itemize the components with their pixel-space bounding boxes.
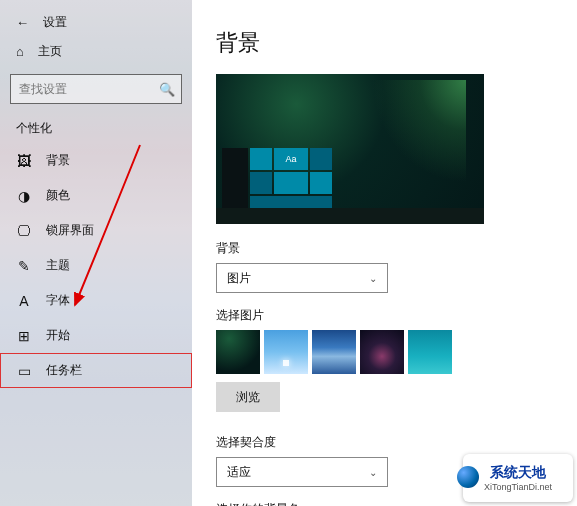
chevron-down-icon: ⌄ [369, 467, 377, 478]
window-title: 设置 [43, 14, 67, 31]
back-icon: ← [16, 15, 29, 30]
search-input[interactable] [19, 82, 159, 96]
nav-label: 颜色 [46, 187, 70, 204]
nav-label: 背景 [46, 152, 70, 169]
globe-icon [457, 466, 479, 488]
brush-icon: ✎ [16, 258, 32, 274]
palette-icon: ◑ [16, 188, 32, 204]
nav-fonts[interactable]: A 字体 [0, 283, 192, 318]
search-input-wrap[interactable]: 🔍 [10, 74, 182, 104]
nav-lockscreen[interactable]: 🖵 锁屏界面 [0, 213, 192, 248]
background-dropdown[interactable]: 图片 ⌄ [216, 263, 388, 293]
nav-start[interactable]: ⊞ 开始 [0, 318, 192, 353]
monitor-icon: 🖵 [16, 223, 32, 239]
home-icon: ⌂ [16, 44, 24, 59]
thumb-4[interactable] [360, 330, 404, 374]
nav-label: 锁屏界面 [46, 222, 94, 239]
nav-themes[interactable]: ✎ 主题 [0, 248, 192, 283]
watermark: 系统天地 XiTongTianDi.net [463, 454, 573, 502]
nav-label: 主题 [46, 257, 70, 274]
back-header[interactable]: ← 设置 [0, 10, 192, 35]
thumb-5[interactable] [408, 330, 452, 374]
desktop-preview: Aa [216, 74, 484, 224]
chevron-down-icon: ⌄ [369, 273, 377, 284]
home-label: 主页 [38, 43, 62, 60]
fit-dropdown[interactable]: 适应 ⌄ [216, 457, 388, 487]
browse-button[interactable]: 浏览 [216, 382, 280, 412]
start-icon: ⊞ [16, 328, 32, 344]
thumb-1[interactable] [216, 330, 260, 374]
fit-label: 选择契合度 [216, 434, 553, 451]
image-icon: 🖼 [16, 153, 32, 169]
page-title: 背景 [216, 28, 553, 58]
choose-picture-label: 选择图片 [216, 307, 553, 324]
nav-colors[interactable]: ◑ 颜色 [0, 178, 192, 213]
thumb-2[interactable] [264, 330, 308, 374]
thumb-3[interactable] [312, 330, 356, 374]
nav-taskbar[interactable]: ▭ 任务栏 [0, 353, 192, 388]
search-icon: 🔍 [159, 82, 175, 97]
background-label: 背景 [216, 240, 553, 257]
home-link[interactable]: ⌂ 主页 [0, 35, 192, 68]
watermark-name: 系统天地 [490, 464, 546, 482]
nav-label: 字体 [46, 292, 70, 309]
section-title: 个性化 [0, 110, 192, 143]
dropdown-value: 图片 [227, 270, 251, 287]
nav-background[interactable]: 🖼 背景 [0, 143, 192, 178]
picture-thumbnails [216, 330, 553, 374]
nav-label: 任务栏 [46, 362, 82, 379]
dropdown-value: 适应 [227, 464, 251, 481]
font-icon: A [16, 293, 32, 309]
taskbar-icon: ▭ [16, 363, 32, 379]
nav-label: 开始 [46, 327, 70, 344]
watermark-url: XiTongTianDi.net [484, 482, 552, 492]
